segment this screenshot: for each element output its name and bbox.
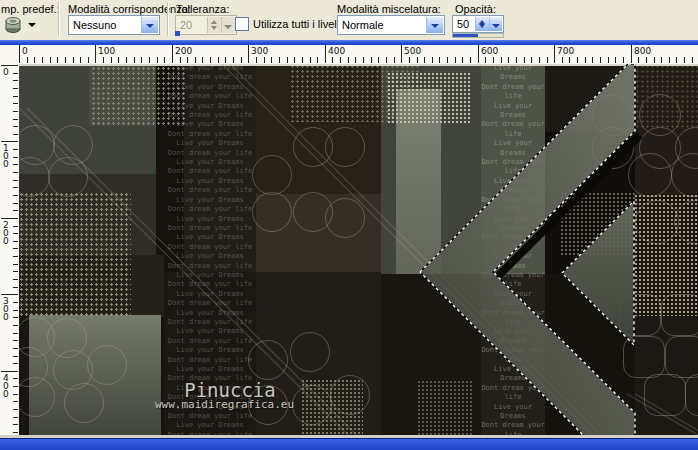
ruler-tick	[371, 57, 372, 63]
ruler-tick	[13, 363, 18, 364]
ruler-tick	[13, 103, 18, 104]
ruler-tick	[669, 57, 670, 63]
preset-button[interactable]	[4, 16, 26, 34]
ruler-tick	[264, 57, 265, 63]
ruler-tick	[65, 57, 66, 63]
ruler-tick	[676, 57, 677, 63]
ruler-tick	[13, 333, 18, 334]
ruler-tick	[646, 57, 647, 63]
chevron-down-icon	[492, 24, 500, 28]
opacity-progress-bar	[452, 33, 504, 38]
opacity-value: 50	[457, 18, 469, 30]
ruler-tick	[13, 317, 18, 318]
ruler-tick	[13, 226, 18, 227]
opacity-slider-button[interactable]	[489, 17, 502, 31]
ruler-tick	[103, 57, 104, 63]
ruler-tick	[654, 57, 655, 63]
ruler-tick	[187, 57, 188, 63]
ruler-tick	[13, 73, 18, 74]
tolerance-slider-button[interactable]	[221, 17, 235, 33]
ruler-tick	[455, 57, 456, 63]
ruler-tick	[417, 57, 418, 63]
ruler-tick	[141, 57, 142, 63]
app-window: mp. predef.: Modalità corrispondenza: Ne…	[0, 0, 698, 450]
opacity-spinner[interactable]: 50	[452, 15, 504, 33]
ruler-tick	[615, 57, 616, 63]
ruler-tick	[210, 57, 211, 63]
use-all-layers-checkbox[interactable]	[235, 17, 249, 31]
preset-dropdown-caret[interactable]	[28, 23, 36, 27]
ruler-label: 100	[98, 46, 115, 56]
tolerance-spin-buttons[interactable]	[207, 17, 221, 33]
ruler-tick	[631, 45, 632, 63]
ruler-label: 0	[22, 46, 28, 56]
ruler-tick	[195, 57, 196, 63]
blend-mode-dropdown-button[interactable]	[426, 17, 443, 33]
ruler-tick	[447, 57, 448, 63]
ruler-tick	[432, 57, 433, 63]
ruler-tick	[638, 57, 639, 63]
ruler-tick	[13, 195, 18, 196]
ruler-tick	[378, 57, 379, 63]
chevron-down-icon	[146, 24, 154, 28]
ruler-tick	[13, 287, 18, 288]
selection-marquee-layer	[19, 64, 698, 435]
ruler-tick	[13, 187, 18, 188]
ruler-tick	[13, 279, 18, 280]
ruler-tick	[13, 96, 18, 97]
tolerance-label: Tolleranza:	[176, 3, 229, 15]
ruler-tick	[1, 65, 18, 66]
ruler-tick	[409, 57, 410, 63]
ruler-tick	[1, 294, 18, 295]
ruler-tick	[661, 57, 662, 63]
ruler-tick	[13, 386, 18, 387]
match-mode-select[interactable]: Nessuno	[68, 15, 160, 35]
ruler-tick	[516, 57, 517, 63]
ruler-tick	[180, 57, 181, 63]
preset-can-icon	[4, 16, 26, 34]
ruler-label: 500	[404, 46, 421, 56]
ruler-label: 2 0 0	[3, 221, 9, 245]
ruler-tick	[13, 348, 18, 349]
ruler-label: 300	[251, 46, 268, 56]
v-ruler: 01 0 02 0 03 0 04 0 0	[0, 64, 20, 435]
ruler-tick	[13, 417, 18, 418]
ruler-tick	[424, 57, 425, 63]
ruler-tick	[157, 57, 158, 63]
ruler-tick	[13, 432, 18, 433]
blend-mode-select[interactable]: Normale	[337, 15, 445, 35]
ruler-tick	[13, 340, 18, 341]
ruler-tick	[462, 57, 463, 63]
ruler-tick	[111, 57, 112, 63]
ruler-label: 4 0 0	[3, 374, 9, 398]
match-mode-label: Modalità corrispondenza:	[68, 3, 191, 15]
ruler-tick	[577, 57, 578, 63]
ruler-tick	[279, 57, 280, 63]
ruler-tick	[13, 401, 18, 402]
ruler-tick	[294, 57, 295, 63]
match-mode-dropdown-button[interactable]	[141, 17, 158, 33]
selection-triangle	[562, 201, 634, 345]
ruler-label: 1 0 0	[3, 144, 9, 168]
ruler-tick	[302, 57, 303, 63]
ruler-tick	[164, 57, 165, 63]
blend-mode-value: Normale	[342, 19, 384, 31]
ruler-tick	[317, 57, 318, 63]
opacity-label: Opacità:	[455, 3, 496, 15]
preset-label: mp. predef.:	[1, 3, 60, 15]
ruler-tick	[470, 57, 471, 63]
ruler-tick	[363, 57, 364, 63]
ruler-tick	[13, 302, 18, 303]
image-canvas[interactable]: Pinuccia www.maidiregrafica.eu Live your…	[19, 64, 698, 435]
opacity-spin-buttons[interactable]	[475, 17, 489, 31]
ruler-tick	[531, 57, 532, 63]
ruler-tick	[13, 378, 18, 379]
blend-mode-label: Modalità miscelatura:	[337, 3, 441, 15]
ruler-tick	[13, 310, 18, 311]
ruler-tick	[562, 57, 563, 63]
tolerance-spinner[interactable]: 20	[175, 15, 237, 35]
ruler-tick	[355, 57, 356, 63]
ruler-tick	[401, 45, 402, 63]
ruler-tick	[134, 57, 135, 63]
ruler-tick	[1, 141, 18, 142]
